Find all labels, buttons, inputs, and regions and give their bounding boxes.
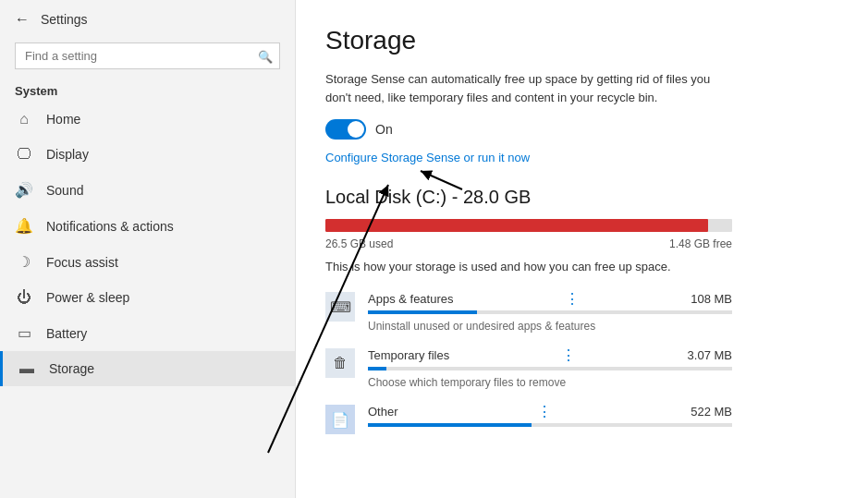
power-icon: ⏻ bbox=[15, 289, 33, 306]
other-header: Other ⋮ 522 MB bbox=[368, 403, 732, 420]
other-bar bbox=[368, 423, 732, 427]
search-box[interactable]: 🔍 bbox=[15, 43, 280, 69]
temp-header: Temporary files ⋮ 3.07 MB bbox=[368, 346, 732, 364]
disk-bar-fill bbox=[325, 219, 708, 232]
disk-bar-container bbox=[325, 219, 732, 232]
sidebar-item-home[interactable]: ⌂ Home bbox=[0, 102, 295, 137]
disk-used: 26.5 GB used bbox=[325, 237, 393, 250]
configure-link[interactable]: Configure Storage Sense or run it now bbox=[325, 151, 530, 164]
sidebar-item-label: Notifications & actions bbox=[46, 219, 174, 234]
home-icon: ⌂ bbox=[15, 111, 33, 128]
apps-bar-fill bbox=[368, 310, 477, 314]
disk-stats: 26.5 GB used 1.48 GB free bbox=[325, 237, 732, 250]
sidebar-item-storage[interactable]: ▬ Storage bbox=[0, 351, 295, 386]
storage-sense-toggle[interactable] bbox=[325, 119, 366, 140]
storage-icon: ▬ bbox=[18, 360, 36, 377]
sidebar-item-label: Battery bbox=[46, 326, 87, 341]
display-icon: 🖵 bbox=[15, 146, 33, 163]
sidebar-item-label: Sound bbox=[46, 183, 83, 198]
sidebar-item-display[interactable]: 🖵 Display bbox=[0, 137, 295, 172]
focus-icon: ☽ bbox=[15, 253, 33, 271]
back-icon: ← bbox=[15, 11, 30, 28]
sidebar-item-focus[interactable]: ☽ Focus assist bbox=[0, 244, 295, 280]
nav-items: ⌂ Home 🖵 Display 🔊 Sound 🔔 Notifications… bbox=[0, 102, 295, 498]
search-input[interactable] bbox=[15, 43, 280, 69]
storage-item-temp: 🗑 Temporary files ⋮ 3.07 MB Choose which… bbox=[325, 346, 732, 390]
disk-description: This is how your storage is used and how… bbox=[325, 260, 838, 273]
sidebar-item-label: Power & sleep bbox=[46, 290, 129, 305]
temp-desc: Choose which temporary files to remove bbox=[368, 376, 566, 389]
temp-dots[interactable]: ⋮ bbox=[561, 346, 576, 364]
sidebar-item-label: Focus assist bbox=[46, 255, 118, 270]
sidebar-item-notifications[interactable]: 🔔 Notifications & actions bbox=[0, 208, 295, 244]
apps-desc: Uninstall unused or undesired apps & fea… bbox=[368, 320, 595, 333]
temp-icon: 🗑 bbox=[325, 348, 355, 378]
battery-icon: ▭ bbox=[15, 324, 33, 342]
temp-info: Temporary files ⋮ 3.07 MB Choose which t… bbox=[368, 346, 732, 390]
sidebar-item-power[interactable]: ⏻ Power & sleep bbox=[0, 280, 295, 315]
main-content: Storage Storage Sense can automatically … bbox=[296, 0, 868, 498]
apps-name: Apps & features bbox=[368, 292, 454, 306]
temp-size: 3.07 MB bbox=[688, 348, 732, 362]
other-dots[interactable]: ⋮ bbox=[537, 403, 552, 420]
apps-size: 108 MB bbox=[691, 292, 732, 306]
apps-dots[interactable]: ⋮ bbox=[565, 290, 580, 308]
storage-item-apps: ⌨ Apps & features ⋮ 108 MB Uninstall unu… bbox=[325, 290, 732, 334]
other-info: Other ⋮ 522 MB bbox=[368, 403, 732, 430]
apps-header: Apps & features ⋮ 108 MB bbox=[368, 290, 732, 308]
apps-icon: ⌨ bbox=[325, 292, 355, 322]
other-bar-fill bbox=[368, 423, 532, 427]
sidebar-header: ← Settings bbox=[0, 0, 295, 39]
system-label: System bbox=[0, 77, 295, 102]
storage-item-other: 📄 Other ⋮ 522 MB bbox=[325, 403, 732, 434]
page-title: Storage bbox=[325, 26, 838, 55]
sidebar-item-sound[interactable]: 🔊 Sound bbox=[0, 172, 295, 208]
description: Storage Sense can automatically free up … bbox=[325, 70, 732, 106]
sidebar-item-label: Storage bbox=[49, 361, 94, 376]
apps-bar bbox=[368, 310, 732, 314]
sound-icon: 🔊 bbox=[15, 181, 33, 199]
disk-title: Local Disk (C:) - 28.0 GB bbox=[325, 187, 838, 208]
back-button[interactable]: ← bbox=[15, 11, 30, 28]
sidebar: ← Settings 🔍 System ⌂ Home 🖵 Display 🔊 S… bbox=[0, 0, 296, 498]
sidebar-item-label: Display bbox=[46, 147, 89, 162]
search-icon: 🔍 bbox=[258, 49, 273, 63]
toggle-label: On bbox=[375, 122, 393, 137]
other-name: Other bbox=[368, 405, 398, 419]
apps-info: Apps & features ⋮ 108 MB Uninstall unuse… bbox=[368, 290, 732, 334]
temp-name: Temporary files bbox=[368, 348, 449, 362]
sidebar-item-label: Home bbox=[46, 112, 80, 127]
disk-free: 1.48 GB free bbox=[669, 237, 732, 250]
notification-icon: 🔔 bbox=[15, 217, 33, 235]
sidebar-item-battery[interactable]: ▭ Battery bbox=[0, 315, 295, 351]
other-icon: 📄 bbox=[325, 405, 355, 434]
settings-title: Settings bbox=[41, 12, 88, 27]
toggle-row: On bbox=[325, 119, 838, 140]
other-size: 522 MB bbox=[691, 405, 732, 419]
temp-bar-fill bbox=[368, 367, 386, 370]
temp-bar bbox=[368, 367, 732, 370]
